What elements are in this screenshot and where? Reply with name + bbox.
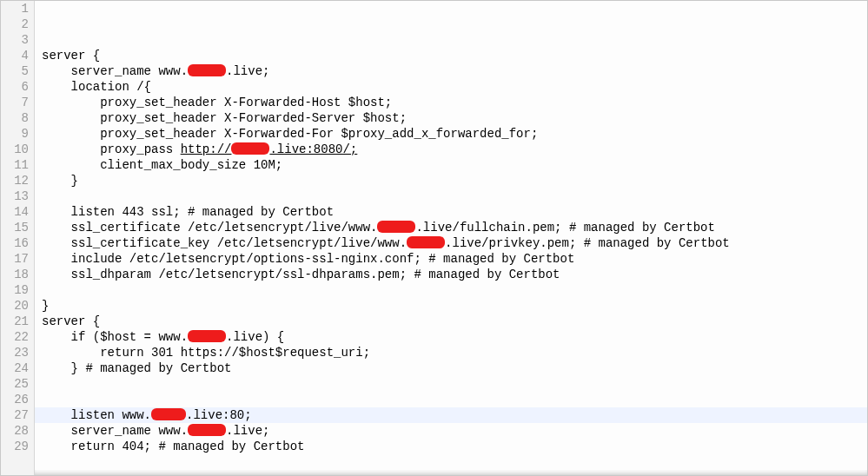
code-line[interactable]: client_max_body_size 10M; xyxy=(42,157,860,173)
line-number: 19 xyxy=(4,282,29,298)
redaction-mark xyxy=(377,221,415,233)
code-token: .live; xyxy=(226,424,269,438)
code-line[interactable] xyxy=(42,392,860,407)
code-token: .live:80; xyxy=(186,408,252,422)
line-number: 10 xyxy=(4,142,29,157)
line-number: 28 xyxy=(4,423,29,439)
code-token: ssl_certificate /etc/letsencrypt/live/ww… xyxy=(71,221,378,235)
code-line[interactable]: proxy_set_header X-Forwarded-Server $hos… xyxy=(42,110,860,126)
line-number: 18 xyxy=(4,267,29,282)
line-number: 13 xyxy=(4,188,29,204)
line-number: 25 xyxy=(4,376,29,392)
code-line[interactable]: } xyxy=(42,298,860,314)
line-number: 29 xyxy=(4,439,29,454)
line-number: 9 xyxy=(4,126,29,142)
code-token: server { xyxy=(42,49,100,63)
code-line[interactable]: ssl_certificate_key /etc/letsencrypt/liv… xyxy=(42,235,860,251)
code-text: return 301 https://$host$request_uri; xyxy=(42,346,370,360)
code-token: } # managed by Certbot xyxy=(71,361,232,375)
code-text: listen 443 ssl; # managed by Certbot xyxy=(42,205,334,219)
code-token: server { xyxy=(42,314,100,328)
line-number: 1 xyxy=(4,1,29,17)
line-number: 24 xyxy=(4,360,29,376)
url-text: http:// xyxy=(181,142,232,156)
code-text: location /{ xyxy=(42,80,151,94)
code-line[interactable] xyxy=(42,470,860,476)
code-token: .live/privkey.pem; # managed by Certbot xyxy=(445,236,730,250)
code-token: .live; xyxy=(226,64,269,78)
redaction-mark xyxy=(407,236,445,248)
line-number: 2 xyxy=(4,17,29,32)
line-number: 26 xyxy=(4,392,29,407)
code-line[interactable]: location /{ xyxy=(42,79,860,95)
code-text: include /etc/letsencrypt/options-ssl-ngi… xyxy=(42,252,574,266)
code-line[interactable]: server_name www..live; xyxy=(42,423,860,439)
code-token: server_name www. xyxy=(71,64,188,78)
code-line[interactable]: return 301 https://$host$request_uri; xyxy=(42,345,860,360)
code-line[interactable]: proxy_set_header X-Forwarded-For $proxy_… xyxy=(42,126,860,142)
code-token: proxy_set_header X-Forwarded-Server $hos… xyxy=(100,111,407,125)
code-token: .live) { xyxy=(226,330,284,344)
code-text: proxy_pass http://.live:8080/; xyxy=(42,142,357,156)
line-number: 22 xyxy=(4,329,29,345)
code-token: location /{ xyxy=(71,80,151,94)
code-text: proxy_set_header X-Forwarded-Server $hos… xyxy=(42,111,407,125)
code-line[interactable]: server { xyxy=(42,314,860,329)
code-token: listen www. xyxy=(71,408,151,422)
code-text: proxy_set_header X-Forwarded-Host $host; xyxy=(42,96,392,109)
code-line[interactable]: return 404; # managed by Certbot xyxy=(42,439,860,454)
code-token: proxy_pass xyxy=(100,142,180,156)
code-text: if ($host = www..live) { xyxy=(42,330,284,344)
redaction-mark xyxy=(231,142,269,155)
code-text: server { xyxy=(42,314,100,328)
line-number: 6 xyxy=(4,79,29,95)
code-line[interactable] xyxy=(42,454,860,470)
code-line[interactable]: ssl_certificate /etc/letsencrypt/live/ww… xyxy=(42,220,860,235)
code-line[interactable]: } xyxy=(42,173,860,188)
code-line[interactable]: proxy_pass http://.live:8080/; xyxy=(42,142,860,157)
code-token: client_max_body_size 10M; xyxy=(100,158,282,172)
line-number: 20 xyxy=(4,298,29,314)
line-number: 16 xyxy=(4,235,29,251)
code-line[interactable] xyxy=(42,188,860,204)
code-text: } xyxy=(42,174,78,188)
code-line[interactable]: server { xyxy=(42,48,860,63)
code-area[interactable]: server { server_name www..live; location… xyxy=(35,1,867,475)
code-token: ssl_dhparam /etc/letsencrypt/ssl-dhparam… xyxy=(71,268,560,281)
code-token: .live/fullchain.pem; # managed by Certbo… xyxy=(415,221,714,235)
code-token: listen 443 ssl; # managed by Certbot xyxy=(71,205,334,219)
code-text: proxy_set_header X-Forwarded-For $proxy_… xyxy=(42,127,538,141)
code-line[interactable]: proxy_set_header X-Forwarded-Host $host; xyxy=(42,95,860,110)
code-line[interactable]: server_name www..live; xyxy=(42,63,860,79)
line-number: 11 xyxy=(4,157,29,173)
line-number: 12 xyxy=(4,173,29,188)
code-line[interactable]: ssl_dhparam /etc/letsencrypt/ssl-dhparam… xyxy=(42,267,860,282)
code-line[interactable]: } # managed by Certbot xyxy=(42,360,860,376)
code-text: client_max_body_size 10M; xyxy=(42,158,282,172)
code-line[interactable]: listen 443 ssl; # managed by Certbot xyxy=(42,204,860,220)
code-text: ssl_certificate /etc/letsencrypt/live/ww… xyxy=(42,221,715,235)
code-text: } xyxy=(42,299,49,313)
code-line[interactable] xyxy=(42,376,860,392)
code-token: include /etc/letsencrypt/options-ssl-ngi… xyxy=(71,252,575,266)
code-token: proxy_set_header X-Forwarded-Host $host; xyxy=(100,96,392,109)
code-token: return 404; # managed by Certbot xyxy=(71,440,305,453)
code-token: ssl_certificate_key /etc/letsencrypt/liv… xyxy=(71,236,407,250)
code-token: if ($host = www. xyxy=(71,330,188,344)
code-text: server_name www..live; xyxy=(42,64,269,78)
redaction-mark xyxy=(188,330,226,342)
line-number: 21 xyxy=(4,314,29,329)
line-number: 5 xyxy=(4,63,29,79)
code-line[interactable]: include /etc/letsencrypt/options-ssl-ngi… xyxy=(42,251,860,267)
code-line[interactable] xyxy=(42,282,860,298)
code-token: } xyxy=(42,299,49,313)
code-text: server { xyxy=(42,49,100,63)
line-number: 15 xyxy=(4,220,29,235)
line-number: 3 xyxy=(4,32,29,48)
code-editor[interactable]: 1234567891011121314151617181920212223242… xyxy=(0,0,868,476)
url-text: .live:8080/; xyxy=(269,142,357,156)
code-line[interactable]: if ($host = www..live) { xyxy=(42,329,860,345)
code-text: ssl_dhparam /etc/letsencrypt/ssl-dhparam… xyxy=(42,268,560,281)
code-text: } # managed by Certbot xyxy=(42,361,231,375)
code-token: return 301 https://$host$request_uri; xyxy=(100,346,370,360)
